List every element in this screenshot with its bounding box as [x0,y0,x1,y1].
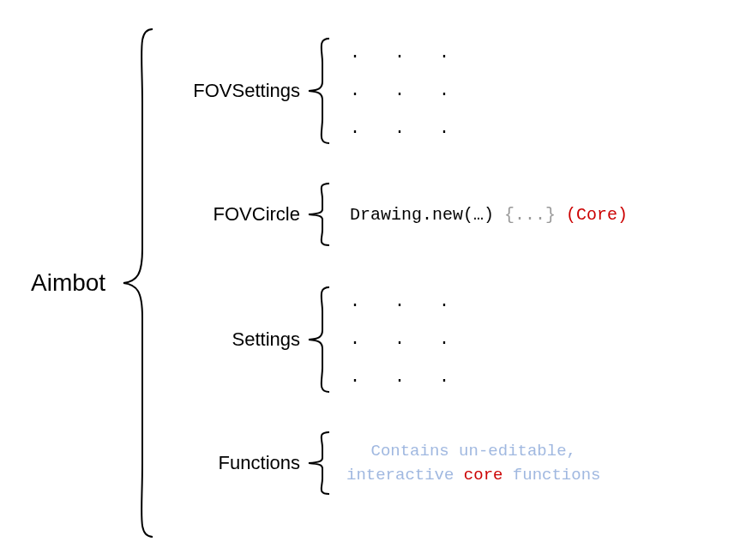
dots-placeholder: . . . . . . . . . [350,283,461,396]
dots-line: . . . [350,321,461,358]
child-label: FOVSettings [171,80,300,102]
code-main: Drawing.new(…) [350,205,494,225]
brace-icon [120,26,156,540]
dots-line: . . . [350,34,461,72]
desc-text: interactive [346,466,464,485]
brace-icon [305,284,333,395]
child-label: FOVCircle [171,203,300,226]
child-row-functions: Functions Contains un-editable, interact… [171,429,600,497]
dots-line: . . . [350,283,461,321]
code-content: Drawing.new(…) {...} (Core) [350,205,628,225]
desc-line1: Contains un-editable, [346,439,600,464]
brace-icon [305,35,333,147]
code-placeholder: {...} [504,205,556,225]
child-label: Functions [171,452,300,474]
dots-line: . . . [350,110,461,148]
dots-placeholder: . . . . . . . . . [350,34,461,148]
code-tag: (Core) [566,205,628,225]
description-content: Contains un-editable, interactive core f… [346,439,600,488]
dots-line: . . . [350,358,461,396]
dots-line: . . . [350,72,461,110]
child-label: Settings [171,328,300,351]
desc-text: functions [502,466,600,485]
brace-icon [305,180,333,249]
child-row-fovcircle: FOVCircle Drawing.new(…) {...} (Core) [171,180,628,249]
desc-line2: interactive core functions [346,463,600,488]
child-row-settings: Settings . . . . . . . . . [171,283,461,396]
root-label: Aimbot [31,269,105,297]
brace-icon [305,429,333,497]
desc-highlight: core [464,466,503,485]
child-row-fovsettings: FOVSettings . . . . . . . . . [171,34,461,148]
